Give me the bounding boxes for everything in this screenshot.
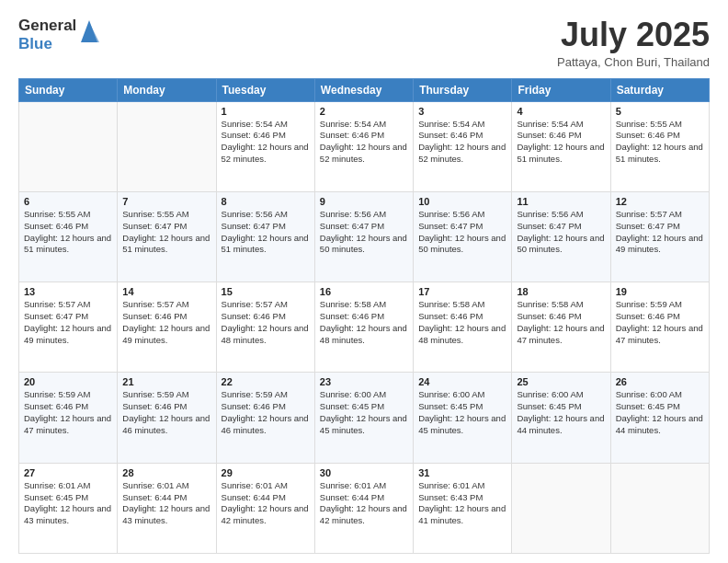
day-number: 13 [24,286,112,297]
calendar-header-row: SundayMondayTuesdayWednesdayThursdayFrid… [19,78,710,101]
cell-info: Sunrise: 5:58 AMSunset: 6:46 PMDaylight:… [517,299,605,346]
calendar-cell [512,463,610,553]
day-number: 19 [616,286,704,297]
cell-info: Sunrise: 6:00 AMSunset: 6:45 PMDaylight:… [517,389,605,436]
calendar-cell: 29Sunrise: 6:01 AMSunset: 6:44 PMDayligh… [216,463,314,553]
cell-info: Sunrise: 5:59 AMSunset: 6:46 PMDaylight:… [222,389,310,436]
calendar-cell: 31Sunrise: 6:01 AMSunset: 6:43 PMDayligh… [414,463,512,553]
month-title: July 2025 [557,17,710,53]
calendar-cell: 3Sunrise: 5:54 AMSunset: 6:46 PMDaylight… [414,101,512,191]
calendar-cell: 5Sunrise: 5:55 AMSunset: 6:46 PMDaylight… [610,101,709,191]
logo-line2: Blue [18,35,52,53]
calendar-cell: 19Sunrise: 5:59 AMSunset: 6:46 PMDayligh… [610,282,709,373]
header: General Blue July 2025 Pattaya, Chon Bur… [18,17,710,69]
day-number: 12 [616,196,704,207]
day-number: 20 [24,376,112,387]
day-number: 18 [517,286,605,297]
calendar-cell: 8Sunrise: 5:56 AMSunset: 6:47 PMDaylight… [216,191,314,282]
calendar-day-header: Monday [118,78,216,101]
day-number: 3 [418,106,506,117]
page: General Blue July 2025 Pattaya, Chon Bur… [0,0,728,563]
cell-info: Sunrise: 5:54 AMSunset: 6:46 PMDaylight:… [320,119,408,166]
day-number: 6 [24,196,112,207]
calendar-week-row: 20Sunrise: 5:59 AMSunset: 6:46 PMDayligh… [19,373,710,463]
calendar-cell: 26Sunrise: 6:00 AMSunset: 6:45 PMDayligh… [610,373,709,463]
calendar-cell: 30Sunrise: 6:01 AMSunset: 6:44 PMDayligh… [314,463,413,553]
day-number: 29 [222,467,310,478]
logo-text: General Blue [18,17,76,52]
title-block: July 2025 Pattaya, Chon Buri, Thailand [557,17,710,69]
day-number: 26 [616,376,704,387]
day-number: 31 [418,467,506,478]
calendar-cell: 25Sunrise: 6:00 AMSunset: 6:45 PMDayligh… [512,373,610,463]
cell-info: Sunrise: 5:54 AMSunset: 6:46 PMDaylight:… [418,119,506,166]
calendar-cell: 27Sunrise: 6:01 AMSunset: 6:45 PMDayligh… [19,463,118,553]
location: Pattaya, Chon Buri, Thailand [557,55,710,69]
day-number: 5 [616,106,704,117]
cell-info: Sunrise: 6:01 AMSunset: 6:45 PMDaylight:… [24,480,112,527]
day-number: 30 [320,467,408,478]
calendar-day-header: Sunday [19,78,118,101]
calendar-cell: 23Sunrise: 6:00 AMSunset: 6:45 PMDayligh… [314,373,413,463]
calendar-day-header: Thursday [414,78,512,101]
day-number: 14 [122,286,210,297]
calendar-cell: 14Sunrise: 5:57 AMSunset: 6:46 PMDayligh… [118,282,216,373]
cell-info: Sunrise: 6:01 AMSunset: 6:44 PMDaylight:… [320,480,408,527]
calendar-cell: 1Sunrise: 5:54 AMSunset: 6:46 PMDaylight… [216,101,314,191]
cell-info: Sunrise: 5:56 AMSunset: 6:47 PMDaylight:… [320,209,408,256]
calendar-day-header: Saturday [610,78,709,101]
day-number: 2 [320,106,408,117]
cell-info: Sunrise: 5:59 AMSunset: 6:46 PMDaylight:… [122,389,210,436]
cell-info: Sunrise: 5:59 AMSunset: 6:46 PMDaylight:… [24,389,112,436]
cell-info: Sunrise: 5:57 AMSunset: 6:46 PMDaylight:… [122,299,210,346]
calendar-cell [19,101,118,191]
day-number: 1 [222,106,310,117]
logo-line1: General [18,17,76,35]
cell-info: Sunrise: 5:55 AMSunset: 6:46 PMDaylight:… [616,119,704,166]
calendar-cell: 6Sunrise: 5:55 AMSunset: 6:46 PMDaylight… [19,191,118,282]
cell-info: Sunrise: 6:00 AMSunset: 6:45 PMDaylight:… [418,389,506,436]
calendar-week-row: 13Sunrise: 5:57 AMSunset: 6:47 PMDayligh… [19,282,710,373]
cell-info: Sunrise: 5:59 AMSunset: 6:46 PMDaylight:… [616,299,704,346]
svg-marker-1 [90,24,99,42]
day-number: 28 [122,467,210,478]
day-number: 27 [24,467,112,478]
calendar-cell: 20Sunrise: 5:59 AMSunset: 6:46 PMDayligh… [19,373,118,463]
day-number: 16 [320,286,408,297]
calendar-week-row: 6Sunrise: 5:55 AMSunset: 6:46 PMDaylight… [19,191,710,282]
cell-info: Sunrise: 5:56 AMSunset: 6:47 PMDaylight:… [222,209,310,256]
cell-info: Sunrise: 6:01 AMSunset: 6:44 PMDaylight:… [222,480,310,527]
day-number: 8 [222,196,310,207]
cell-info: Sunrise: 6:00 AMSunset: 6:45 PMDaylight:… [320,389,408,436]
cell-info: Sunrise: 5:57 AMSunset: 6:47 PMDaylight:… [24,299,112,346]
cell-info: Sunrise: 6:01 AMSunset: 6:43 PMDaylight:… [418,480,506,527]
cell-info: Sunrise: 5:55 AMSunset: 6:46 PMDaylight:… [24,209,112,256]
day-number: 25 [517,376,605,387]
cell-info: Sunrise: 6:01 AMSunset: 6:44 PMDaylight:… [122,480,210,527]
cell-info: Sunrise: 5:56 AMSunset: 6:47 PMDaylight:… [517,209,605,256]
calendar-cell [610,463,709,553]
calendar-cell: 9Sunrise: 5:56 AMSunset: 6:47 PMDaylight… [314,191,413,282]
day-number: 23 [320,376,408,387]
day-number: 24 [418,376,506,387]
calendar-cell: 7Sunrise: 5:55 AMSunset: 6:47 PMDaylight… [118,191,216,282]
cell-info: Sunrise: 5:58 AMSunset: 6:46 PMDaylight:… [320,299,408,346]
calendar-cell: 28Sunrise: 6:01 AMSunset: 6:44 PMDayligh… [118,463,216,553]
logo: General Blue [18,17,99,52]
calendar-cell: 15Sunrise: 5:57 AMSunset: 6:46 PMDayligh… [216,282,314,373]
day-number: 21 [122,376,210,387]
day-number: 22 [222,376,310,387]
day-number: 15 [222,286,310,297]
calendar-day-header: Wednesday [314,78,413,101]
cell-info: Sunrise: 5:54 AMSunset: 6:46 PMDaylight:… [222,119,310,166]
calendar-table: SundayMondayTuesdayWednesdayThursdayFrid… [18,78,710,554]
cell-info: Sunrise: 5:57 AMSunset: 6:47 PMDaylight:… [616,209,704,256]
day-number: 17 [418,286,506,297]
calendar-cell: 16Sunrise: 5:58 AMSunset: 6:46 PMDayligh… [314,282,413,373]
calendar-week-row: 27Sunrise: 6:01 AMSunset: 6:45 PMDayligh… [19,463,710,553]
calendar-cell: 22Sunrise: 5:59 AMSunset: 6:46 PMDayligh… [216,373,314,463]
calendar-day-header: Friday [512,78,610,101]
day-number: 7 [122,196,210,207]
calendar-cell: 10Sunrise: 5:56 AMSunset: 6:47 PMDayligh… [414,191,512,282]
calendar-cell: 18Sunrise: 5:58 AMSunset: 6:46 PMDayligh… [512,282,610,373]
